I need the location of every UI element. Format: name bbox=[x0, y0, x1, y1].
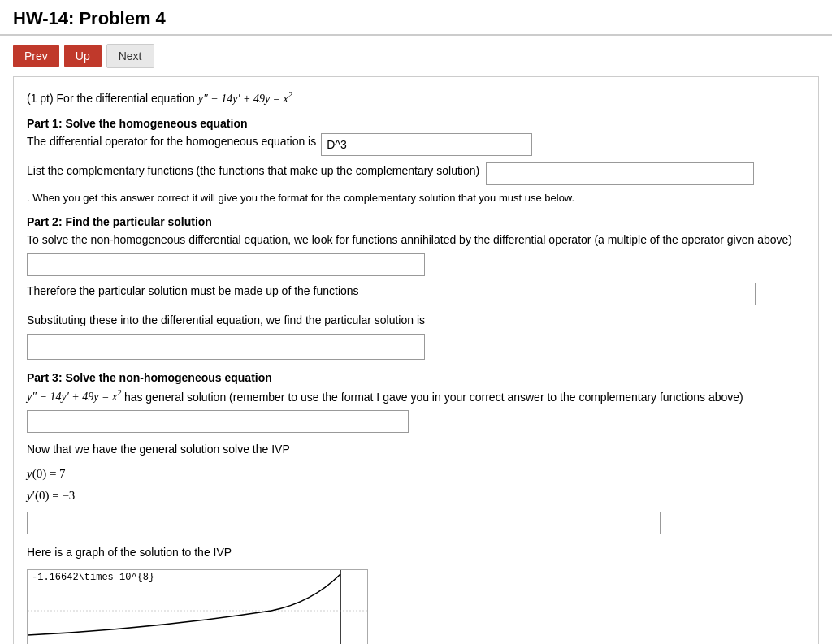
next-button[interactable]: Next bbox=[106, 44, 154, 68]
ivp-conditions: y(0) = 7 y′(0) = −3 bbox=[27, 463, 805, 507]
general-solution-input[interactable] bbox=[27, 410, 409, 433]
ivp-intro: Now that we have the general solution so… bbox=[27, 441, 805, 458]
general-solution-row bbox=[27, 410, 805, 433]
problem-statement: (1 pt) For the differential equation y″ … bbox=[27, 90, 805, 106]
operator-row: The differential operator for the homoge… bbox=[27, 133, 805, 156]
part3-label: Part 3: bbox=[27, 371, 63, 384]
part3-heading: Part 3: Solve the non-homogeneous equati… bbox=[27, 371, 805, 384]
ivp-section: Now that we have the general solution so… bbox=[27, 441, 805, 534]
general-solution-text: has general solution (remember to use th… bbox=[124, 390, 743, 403]
functions-row: Therefore the particular solution must b… bbox=[27, 283, 805, 305]
part3-heading-text: Solve the non-homogeneous equation bbox=[65, 371, 271, 384]
ivp-condition1: y(0) = 7 bbox=[27, 463, 805, 485]
problem-equation: y″ − 14y′ + 49y = x2 bbox=[198, 93, 292, 105]
part3-equation: y″ − 14y′ + 49y = x2 bbox=[27, 391, 124, 403]
part3-section: Part 3: Solve the non-homogeneous equati… bbox=[27, 371, 805, 644]
part3-equation-row: y″ − 14y′ + 49y = x2 has general solutio… bbox=[27, 387, 805, 406]
particular-input[interactable] bbox=[27, 334, 425, 360]
part2-heading: Part 2: Find the particular solution bbox=[27, 215, 805, 228]
graph-label: Here is a graph of the solution to the I… bbox=[27, 544, 805, 561]
functions-input[interactable] bbox=[366, 283, 756, 305]
complementary-label: List the complementary functions (the fu… bbox=[27, 162, 479, 179]
annihilated-input[interactable] bbox=[27, 253, 425, 276]
graph-section: Here is a graph of the solution to the I… bbox=[27, 544, 805, 644]
prev-button[interactable]: Prev bbox=[13, 45, 59, 67]
page-title: HW-14: Problem 4 bbox=[13, 8, 819, 29]
up-button[interactable]: Up bbox=[64, 45, 102, 67]
operator-label: The differential operator for the homoge… bbox=[27, 133, 316, 150]
complementary-row: List the complementary functions (the fu… bbox=[27, 162, 805, 185]
graph-container: -1.16642\times 10^{8} bbox=[27, 569, 368, 644]
annihilated-row bbox=[27, 253, 805, 276]
functions-label: Therefore the particular solution must b… bbox=[27, 283, 359, 300]
particular-label: Substituting these into the differential… bbox=[27, 312, 805, 329]
problem-points: (1 pt) For the differential equation bbox=[27, 92, 198, 105]
part2-label: Part 2: bbox=[27, 215, 63, 228]
navigation-bar: Prev Up Next bbox=[0, 36, 832, 76]
complementary-note: . When you get this answer correct it wi… bbox=[27, 192, 805, 204]
page-header: HW-14: Problem 4 bbox=[0, 0, 832, 36]
part2-description: To solve the non-homogeneous differentia… bbox=[27, 231, 805, 249]
problem-content: (1 pt) For the differential equation y″ … bbox=[13, 76, 819, 644]
part2-section: Part 2: Find the particular solution To … bbox=[27, 215, 805, 360]
part2-heading-text: Find the particular solution bbox=[65, 215, 211, 228]
operator-input[interactable] bbox=[321, 133, 532, 156]
part1-section: Part 1: Solve the homogeneous equation T… bbox=[27, 117, 805, 204]
part1-heading: Part 1: Solve the homogeneous equation bbox=[27, 117, 805, 130]
part1-label: Part 1: bbox=[27, 117, 63, 130]
graph-curve-svg bbox=[28, 570, 368, 644]
ivp-condition2: y′(0) = −3 bbox=[27, 485, 805, 507]
ivp-answer-input[interactable] bbox=[27, 512, 661, 534]
complementary-input[interactable] bbox=[486, 162, 754, 185]
part1-heading-text: Solve the homogeneous equation bbox=[65, 117, 247, 130]
